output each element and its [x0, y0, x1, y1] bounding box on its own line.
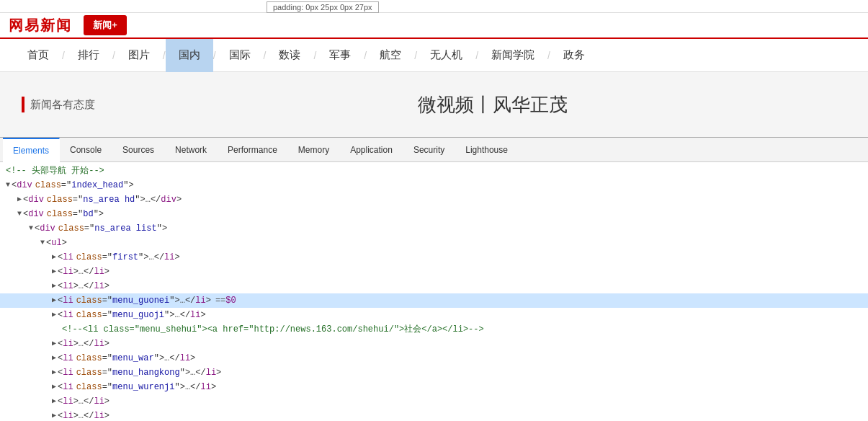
- nav-item-aviation[interactable]: 航空: [367, 39, 414, 72]
- triangle-li-wurenji[interactable]: [52, 380, 56, 394]
- triangle-li-guonei[interactable]: [52, 293, 56, 308]
- triangle-index-head[interactable]: [6, 178, 10, 192]
- triangle-li-first[interactable]: [52, 250, 56, 265]
- dom-row-li-menu-guoji[interactable]: <li class="menu_guoji" > … </li>: [0, 308, 868, 322]
- tab-memory[interactable]: Memory: [288, 138, 340, 162]
- tab-performance[interactable]: Performance: [218, 138, 288, 162]
- headline-container: 微视频丨风华正茂: [138, 92, 846, 118]
- tab-lighthouse[interactable]: Lighthouse: [455, 138, 519, 162]
- dom-row-div-ns-area-hd[interactable]: <div class="ns_area hd" > … </div>: [0, 192, 868, 207]
- nav-item-home[interactable]: 首页: [14, 39, 62, 72]
- tab-network[interactable]: Network: [165, 138, 218, 162]
- tab-security[interactable]: Security: [403, 138, 455, 162]
- dom-row-div-ns-area-list[interactable]: <div class="ns_area list" >: [0, 221, 868, 236]
- news-tagline: 新闻各有态度: [22, 97, 95, 112]
- dom-row-li-menu-hangkong[interactable]: <li class="menu_hangkong" > … </li>: [0, 365, 868, 380]
- nav-item-military[interactable]: 军事: [316, 39, 364, 72]
- dom-row-comment-shehui: <!--<li class="menu_shehui"><a href="htt…: [0, 322, 868, 337]
- nav-bar: 首页 / 排行 / 图片 / 国内 / 国际 / 数读 / 军事 / 航空 / …: [0, 39, 868, 72]
- tab-application[interactable]: Application: [340, 138, 403, 162]
- dollar-sign: $0: [225, 293, 236, 308]
- dom-row-li-4[interactable]: <li> … </li>: [0, 337, 868, 351]
- triangle-ns-area-list[interactable]: [29, 221, 33, 236]
- equals-sign: ==: [215, 293, 225, 308]
- nav-item-rank[interactable]: 排行: [65, 39, 112, 72]
- tab-elements[interactable]: Elements: [3, 138, 60, 162]
- content-area: 新闻各有态度 微视频丨风华正茂: [0, 72, 868, 137]
- dom-row-li-first[interactable]: <li class="first" > … </li>: [0, 250, 868, 265]
- headline-text: 微视频丨风华正茂: [418, 94, 568, 115]
- triangle-li-5[interactable]: [52, 394, 56, 409]
- tagline-text: 新闻各有态度: [30, 98, 95, 112]
- logo-bar: 网易新闻 新闻+: [0, 13, 868, 39]
- devtools-tabs: Elements Console Sources Network Perform…: [0, 138, 868, 162]
- red-bar-accent: [22, 97, 24, 112]
- triangle-li-3[interactable]: [52, 279, 56, 293]
- triangle-li-war[interactable]: [52, 351, 56, 365]
- triangle-li-6[interactable]: [52, 409, 56, 421]
- devtools-panel: Elements Console Sources Network Perform…: [0, 137, 868, 421]
- nav-item-academy[interactable]: 新闻学院: [478, 39, 547, 72]
- tab-sources[interactable]: Sources: [112, 138, 165, 162]
- dom-row-li-2[interactable]: <li> … </li>: [0, 265, 868, 279]
- logo-badge: 新闻+: [84, 15, 127, 35]
- dom-row-li-menu-wurenji[interactable]: <li class="menu_wurenji" > … </li>: [0, 380, 868, 394]
- triangle-ns-area-hd[interactable]: [17, 192, 22, 207]
- dom-row-li-5[interactable]: <li> … </li>: [0, 394, 868, 409]
- tab-console[interactable]: Console: [60, 138, 112, 162]
- nav-item-drone[interactable]: 无人机: [417, 39, 475, 72]
- nav-item-pic[interactable]: 图片: [115, 39, 163, 72]
- dom-row-comment-head: <!-- 头部导航 开始-->: [0, 164, 868, 178]
- triangle-bd[interactable]: [17, 207, 22, 221]
- triangle-li-4[interactable]: [52, 337, 56, 351]
- dom-row-li-menu-guonei[interactable]: <li class="menu_guonei" > … </li> == $0: [0, 293, 868, 308]
- dom-row-div-index-head[interactable]: <div class="index_head" >: [0, 178, 868, 192]
- dom-row-div-bd[interactable]: <div class="bd" >: [0, 207, 868, 221]
- nav-item-gov[interactable]: 政务: [550, 39, 598, 72]
- padding-tooltip: padding: 0px 25px 0px 27px: [267, 1, 379, 13]
- dom-row-ul[interactable]: <ul>: [0, 236, 868, 250]
- dom-row-li-menu-war[interactable]: <li class="menu_war" > … </li>: [0, 351, 868, 365]
- logo: 网易新闻: [0, 16, 81, 35]
- nav-item-domestic[interactable]: 国内: [166, 39, 213, 72]
- dom-row-li-3[interactable]: <li> … </li>: [0, 279, 868, 293]
- dom-tree: <!-- 头部导航 开始--> <div class="index_head" …: [0, 162, 868, 421]
- dom-row-li-6[interactable]: <li> … </li>: [0, 409, 868, 421]
- triangle-li-guoji[interactable]: [52, 308, 56, 322]
- nav-item-data[interactable]: 数读: [266, 39, 313, 72]
- triangle-li-2[interactable]: [52, 265, 56, 279]
- triangle-ul[interactable]: [40, 236, 45, 250]
- triangle-li-hangkong[interactable]: [52, 365, 56, 380]
- nav-item-intl[interactable]: 国际: [216, 39, 264, 72]
